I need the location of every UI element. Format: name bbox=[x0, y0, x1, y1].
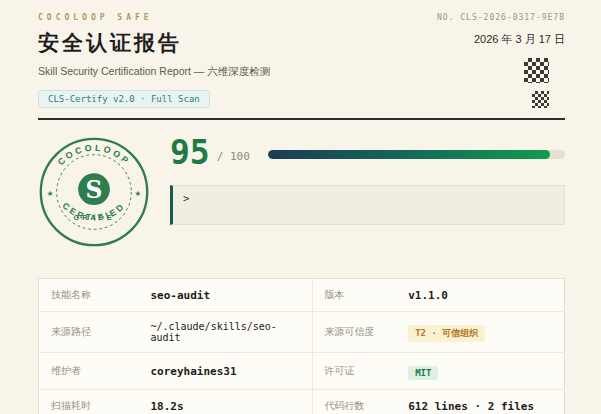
brand-text: COCOLOOP SAFE bbox=[38, 13, 153, 22]
table-row: 技能名称 seo-audit 版本 v1.1.0 bbox=[39, 279, 565, 312]
certification-seal: COCOLOOP CERTIFIED ★ ★ S GRADE bbox=[38, 136, 150, 252]
star-icon: ★ bbox=[135, 189, 142, 198]
score-progress-fill bbox=[268, 150, 550, 159]
report-number: NO. CLS-2026-0317-9E7B bbox=[437, 13, 565, 22]
dither-pattern-large bbox=[524, 58, 549, 83]
terminal-prompt: > bbox=[183, 192, 190, 205]
table-row: 来源路径 ~/.claude/skills/seo-audit 来源可信度 T2… bbox=[39, 312, 565, 353]
terminal-output-line[interactable]: > bbox=[170, 185, 565, 225]
report-subtitle: Skill Security Certification Report — 六维… bbox=[38, 65, 270, 79]
field-label-source-trust: 来源可信度 bbox=[312, 312, 396, 353]
license-badge: MIT bbox=[408, 366, 438, 380]
page-title: 安全认证报告 bbox=[38, 29, 182, 57]
seal-grade-label: GRADE bbox=[74, 213, 115, 222]
seal-stamp-graphic: COCOLOOP CERTIFIED ★ ★ S GRADE bbox=[38, 136, 150, 248]
seal-letter: S bbox=[86, 176, 103, 204]
table-row: 维护者 coreyhaines31 许可证 MIT bbox=[39, 353, 565, 390]
scan-version-badge: CLS-Certify v2.0 · Full Scan bbox=[38, 90, 210, 108]
field-label-version: 版本 bbox=[312, 279, 396, 312]
trust-level-badge: T2 · 可信组织 bbox=[408, 325, 485, 342]
field-label-maintainer: 维护者 bbox=[39, 353, 139, 390]
field-label-source-path: 来源路径 bbox=[39, 312, 139, 353]
star-icon: ★ bbox=[47, 189, 54, 198]
score-progressbar bbox=[268, 150, 565, 159]
score-value: 95 bbox=[170, 136, 210, 169]
field-label-scan-duration: 扫描耗时 bbox=[39, 390, 139, 414]
score-section: COCOLOOP CERTIFIED ★ ★ S GRADE 95 / 100 … bbox=[38, 120, 565, 252]
table-row: 扫描耗时 18.2s 代码行数 612 lines · 2 files bbox=[39, 390, 565, 414]
field-value-scan-duration: 18.2s bbox=[138, 390, 312, 414]
report-header: COCOLOOP SAFE 安全认证报告 Skill Security Cert… bbox=[38, 13, 565, 108]
field-label-license: 许可证 bbox=[312, 353, 396, 390]
field-value-source-path: ~/.claude/skills/seo-audit bbox=[138, 312, 312, 353]
field-value-code-lines: 612 lines · 2 files bbox=[396, 390, 564, 414]
field-value-maintainer: coreyhaines31 bbox=[138, 353, 312, 390]
dither-pattern-small bbox=[532, 91, 549, 108]
certification-report-page: COCOLOOP SAFE 安全认证报告 Skill Security Cert… bbox=[0, 0, 601, 414]
field-label-skill-name: 技能名称 bbox=[39, 279, 139, 312]
report-date: 2026 年 3 月 17 日 bbox=[474, 32, 565, 47]
field-value-version: v1.1.0 bbox=[396, 279, 564, 312]
score-max: / 100 bbox=[217, 150, 250, 163]
details-table: 技能名称 seo-audit 版本 v1.1.0 来源路径 ~/.claude/… bbox=[38, 278, 565, 414]
field-label-code-lines: 代码行数 bbox=[312, 390, 396, 414]
field-value-skill-name: seo-audit bbox=[138, 279, 312, 312]
